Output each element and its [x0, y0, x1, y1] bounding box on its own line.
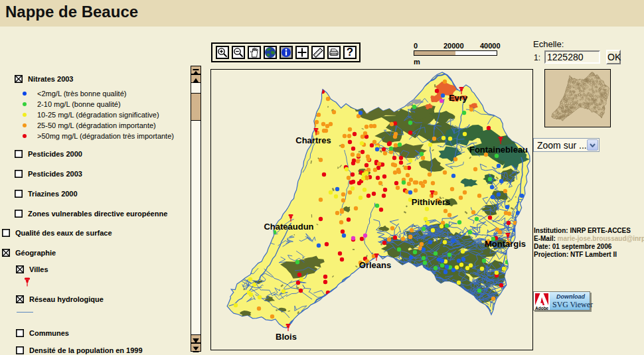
svg-text:Adobe: Adobe — [535, 306, 549, 311]
svg-text:Evry: Evry — [449, 93, 468, 103]
svg-text:Fontainebleau: Fontainebleau — [469, 145, 528, 155]
svg-text:Chateaudun: Chateaudun — [264, 222, 313, 232]
svg-text:Chartres: Chartres — [295, 135, 331, 145]
svg-text:Pithiviers: Pithiviers — [412, 197, 451, 207]
svg-text:Orleans: Orleans — [359, 260, 391, 270]
svg-text:Blois: Blois — [276, 332, 297, 342]
svg-text:Montargis: Montargis — [485, 239, 526, 249]
